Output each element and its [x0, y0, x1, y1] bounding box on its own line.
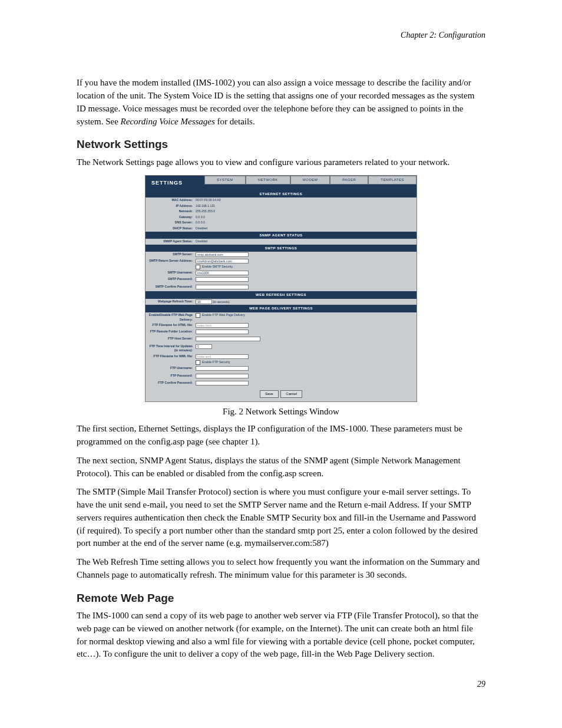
tab-modem[interactable]: MODEM [290, 176, 330, 185]
section-snmp: SNMP AGENT STATUS [146, 232, 416, 239]
heading-remote-web-page: Remote Web Page [77, 590, 485, 607]
page-number: 29 [77, 678, 485, 690]
para-web-refresh: The Web Refresh Time setting allows you … [77, 556, 485, 582]
smtp-user-label: SMTP Username: [146, 271, 194, 276]
ftp-html-input[interactable]: index.html [196, 323, 249, 328]
ftp-host-label: FTP Host Server: [146, 337, 194, 343]
dhcp-label: DHCP Status: [146, 226, 194, 231]
tab-network[interactable]: NETWORK [246, 176, 290, 185]
network-settings-screenshot: SETTINGS SYSTEM NETWORK MODEM PAGER TEMP… [145, 175, 417, 402]
netmask-label: Netmask: [146, 209, 194, 214]
chapter-header: Chapter 2: Configuration [77, 29, 485, 41]
snmp-label: SNMP Agent Status: [146, 239, 194, 244]
ss-title: SETTINGS [146, 176, 204, 190]
mac-label: MAC Address: [146, 198, 194, 203]
ftp-interval-input[interactable]: 5 [196, 344, 212, 349]
save-button[interactable]: Save [260, 390, 279, 398]
ftp-html-label: FTP Filename for HTML file: [146, 323, 194, 328]
refresh-input[interactable]: 30 [196, 299, 212, 304]
refresh-units: (in seconds) [213, 300, 229, 304]
section-web-refresh: WEB REFRESH SETTINGS [146, 291, 416, 299]
ftp-loc-label: FTP Remote Folder Location: [146, 330, 194, 336]
wpd-enable-text: Enable FTP Web Page Delivery [202, 313, 245, 317]
intro-paragraph: If you have the modem installed (IMS-100… [77, 77, 485, 128]
smtp-security-checkbox[interactable] [196, 265, 200, 269]
ftp-interval-label: FTP Time Interval for Updates (in minute… [146, 344, 194, 353]
ip-label: IP Address: [146, 204, 194, 209]
heading-network-settings: Network Settings [77, 136, 485, 153]
smtp-security-label: Enable SMTP Security [202, 265, 233, 269]
para-smtp: The SMTP (Simple Mail Transfer Protocol)… [77, 486, 485, 550]
refresh-label: Webpage Refresh Time: [146, 299, 194, 305]
wpd-enable-checkbox[interactable] [196, 313, 200, 318]
ftp-cpwd-input[interactable] [196, 381, 249, 386]
ftp-wml-input[interactable]: index.wml [196, 354, 249, 359]
ip-value: 192.168.1.131 [194, 204, 416, 209]
ftp-loc-input[interactable] [196, 330, 249, 334]
smtp-return-label: SMTP Return Server Address: [146, 259, 194, 264]
smtp-pwd-label: SMTP Password: [146, 277, 194, 284]
smtp-server-input[interactable]: smtp.abcbank.com [196, 252, 249, 257]
smtp-user-input[interactable]: ims1000 [196, 271, 249, 275]
section-smtp: SMTP SETTINGS [146, 245, 416, 252]
figure-caption: Fig. 2 Network Settings Window [77, 406, 485, 419]
dns-label: DNS Server: [146, 220, 194, 225]
smtp-cpwd-label: SMTP Confirm Password: [146, 285, 194, 291]
mac-value: 00:07:F9:00:14:A0 [194, 198, 416, 203]
dhcp-value: Disabled [194, 226, 416, 231]
ftp-host-input[interactable] [196, 337, 260, 341]
ftp-user-label: FTP Username: [146, 366, 194, 373]
smtp-server-label: SMTP Server: [146, 252, 194, 258]
ftp-security-checkbox[interactable] [196, 360, 200, 365]
ftp-pwd-label: FTP Password: [146, 374, 194, 380]
para-snmp: The next section, SNMP Agent Status, dis… [77, 454, 485, 480]
tab-pager[interactable]: PAGER [330, 176, 368, 185]
smtp-return-input[interactable]: imsAdmin@abcbank.com [196, 259, 249, 263]
intro-em: Recording Voice Messages [121, 117, 215, 126]
gateway-value: 0.0.0.0 [194, 215, 416, 220]
tab-templates[interactable]: TEMPLATES [368, 176, 416, 185]
snmp-value: Disabled [194, 239, 416, 244]
dns-value: 0.0.0.0 [194, 220, 416, 225]
section-ethernet: ETHERNET SETTINGS [146, 190, 416, 198]
netmask-value: 255.255.255.0 [194, 209, 416, 214]
ftp-wml-label: FTP Filename for WML file: [146, 354, 194, 360]
para-ethernet: The first section, Ethernet Settings, di… [77, 423, 485, 449]
smtp-pwd-input[interactable] [196, 277, 249, 282]
ftp-cpwd-label: FTP Confirm Password: [146, 381, 194, 387]
para-remote: The IMS-1000 can send a copy of its web … [77, 610, 485, 661]
cancel-button[interactable]: Cancel [280, 390, 302, 398]
ftp-pwd-input[interactable] [196, 374, 249, 378]
ftp-user-input[interactable] [196, 366, 249, 371]
network-p1: The Network Settings page allows you to … [77, 156, 485, 169]
section-wpd: WEB PAGE DELIVERY SETTINGS [146, 305, 416, 312]
smtp-cpwd-input[interactable] [196, 285, 249, 289]
ftp-security-text: Enable FTP Security [202, 361, 230, 364]
gateway-label: Gateway: [146, 215, 194, 220]
tab-system[interactable]: SYSTEM [204, 176, 246, 185]
wpd-enable-label: Enable/Disable FTP Web Page Delivery: [146, 313, 194, 322]
intro-tail: for details. [215, 117, 255, 126]
